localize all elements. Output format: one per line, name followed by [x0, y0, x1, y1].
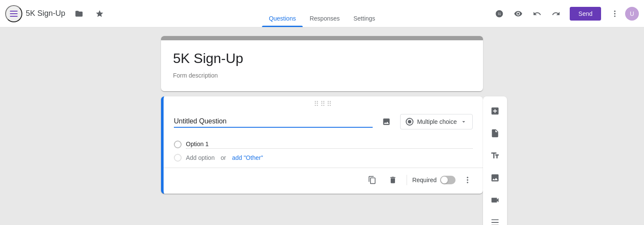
add-option-row: Add option or add "Other"	[174, 151, 473, 164]
required-label: Required	[412, 177, 437, 183]
content-area: 5K Sign-Up ⠿⠿⠿ Multiple choice	[161, 36, 483, 216]
folder-button[interactable]	[70, 5, 88, 22]
tabs: Questions Responses Settings	[262, 15, 382, 27]
question-more-button[interactable]	[459, 171, 476, 189]
svg-rect-2	[10, 16, 18, 17]
tab-questions[interactable]: Questions	[262, 15, 303, 27]
question-body: Multiple choice Add option or	[164, 108, 483, 164]
app-title: 5K Sign-Up	[26, 9, 65, 18]
add-text-button[interactable]	[485, 145, 505, 166]
add-title-button[interactable]	[485, 123, 505, 144]
svg-point-7	[467, 177, 468, 178]
header-left: 5K Sign-Up	[5, 5, 491, 22]
more-options-button[interactable]	[606, 5, 623, 22]
customize-button[interactable]	[491, 5, 508, 22]
question-type-selector[interactable]: Multiple choice	[400, 114, 473, 129]
option-radio	[174, 141, 182, 148]
svg-rect-0	[10, 11, 18, 12]
send-button[interactable]: Send	[570, 7, 601, 21]
option-row	[174, 137, 473, 151]
main-content: 5K Sign-Up ⠿⠿⠿ Multiple choice	[0, 27, 644, 225]
add-question-button[interactable]	[485, 101, 505, 121]
add-other-link[interactable]: add "Other"	[232, 154, 263, 161]
redo-button[interactable]	[547, 5, 565, 22]
add-option-text[interactable]: Add option	[186, 154, 215, 161]
question-image-button[interactable]	[378, 113, 395, 130]
form-description-input[interactable]	[173, 72, 471, 79]
add-section-button[interactable]	[485, 212, 505, 225]
add-video-button[interactable]	[485, 190, 505, 210]
drag-handle: ⠿⠿⠿	[164, 96, 483, 108]
tab-settings[interactable]: Settings	[346, 15, 382, 27]
avatar[interactable]: U	[625, 7, 639, 21]
question-title-input[interactable]	[174, 116, 373, 128]
footer-divider	[407, 175, 407, 185]
duplicate-button[interactable]	[364, 171, 381, 189]
question-type-label: Multiple choice	[417, 118, 457, 125]
form-title-card: 5K Sign-Up	[161, 36, 483, 91]
tab-responses[interactable]: Responses	[303, 15, 346, 27]
svg-rect-1	[10, 13, 18, 14]
menu-button[interactable]	[5, 5, 22, 22]
header: 5K Sign-Up Questions Responses Settings	[0, 0, 644, 27]
add-option-or: or	[221, 154, 226, 161]
add-option-radio	[174, 154, 182, 162]
question-card: ⠿⠿⠿ Multiple choice	[161, 96, 483, 194]
undo-button[interactable]	[529, 5, 546, 22]
svg-point-6	[614, 15, 615, 17]
add-image-button[interactable]	[485, 168, 505, 188]
question-header: Multiple choice	[174, 113, 473, 130]
side-toolbar	[483, 96, 507, 225]
radio-icon	[406, 118, 413, 126]
preview-button[interactable]	[510, 5, 527, 22]
svg-point-4	[614, 10, 615, 12]
delete-button[interactable]	[384, 171, 401, 189]
svg-point-5	[614, 13, 615, 14]
form-title: 5K Sign-Up	[173, 51, 471, 66]
header-right: Send U	[491, 5, 639, 22]
required-toggle[interactable]	[440, 176, 456, 184]
svg-point-8	[467, 179, 468, 180]
option-1-input[interactable]	[186, 140, 473, 149]
svg-point-9	[467, 182, 468, 183]
star-button[interactable]	[91, 5, 108, 22]
question-footer: Required	[164, 168, 483, 194]
